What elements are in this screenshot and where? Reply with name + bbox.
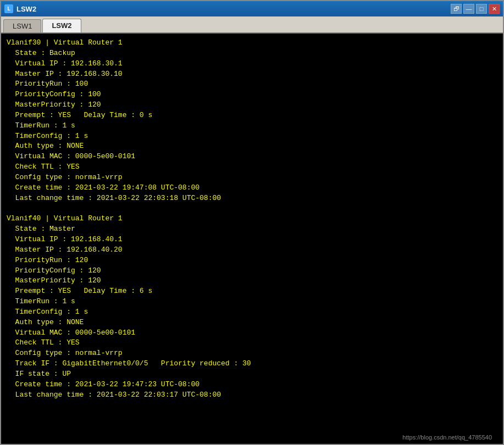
- tab-lsw1[interactable]: LSW1: [3, 19, 41, 32]
- tab-bar: LSW1 LSW2: [1, 16, 503, 34]
- terminal-content: Vlanif30 | Virtual Router 1 State : Back…: [7, 38, 497, 400]
- restore-button[interactable]: 🗗: [451, 4, 462, 14]
- window-title: LSW2: [16, 5, 36, 13]
- minimize-button[interactable]: —: [463, 4, 474, 14]
- tab-lsw2[interactable]: LSW2: [42, 19, 81, 32]
- title-controls: 🗗 — □ ✕: [451, 4, 500, 14]
- maximize-button[interactable]: □: [476, 4, 487, 14]
- app-icon: L: [4, 4, 13, 13]
- watermark: https://blog.csdn.net/qq_4785540: [402, 434, 492, 441]
- title-bar-left: L LSW2: [4, 4, 36, 13]
- close-button[interactable]: ✕: [489, 4, 500, 14]
- title-bar: L LSW2 🗗 — □ ✕: [1, 1, 503, 16]
- main-window: L LSW2 🗗 — □ ✕ LSW1 LSW2 Vlanif30 | Virt…: [0, 0, 504, 445]
- terminal-area[interactable]: Vlanif30 | Virtual Router 1 State : Back…: [1, 34, 503, 444]
